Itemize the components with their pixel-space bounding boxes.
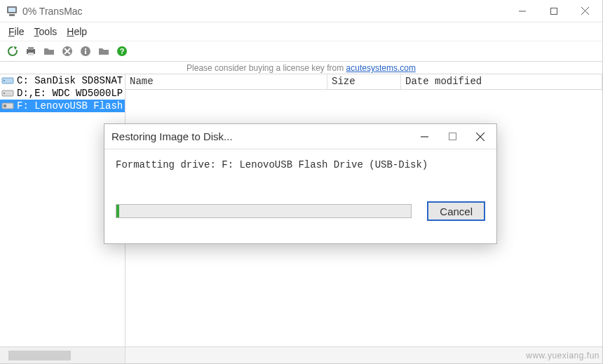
progress-fill <box>116 205 119 217</box>
help-icon[interactable]: ? <box>115 44 129 58</box>
tree-hscrollbar[interactable] <box>0 347 126 364</box>
statusbar <box>0 347 602 364</box>
license-link[interactable]: acutesystems.com <box>346 63 416 73</box>
scrollbar-thumb[interactable] <box>8 351 71 360</box>
svg-rect-2 <box>9 14 15 16</box>
tree-item-selected[interactable]: F: LenovoUSB Flash <box>0 100 125 112</box>
dialog-window-controls <box>418 130 489 143</box>
print-icon[interactable] <box>24 44 38 58</box>
watermark: www.yuexiang.fun <box>526 351 599 360</box>
tree-item-label: C: SanDisk SD8SNAT <box>17 75 123 86</box>
dialog-body: Formatting drive: F: LenovoUSB Flash Dri… <box>104 149 496 231</box>
dialog-bottom-row: Cancel <box>116 201 485 221</box>
hdd-icon <box>1 76 14 86</box>
dialog-close-button[interactable] <box>474 130 487 143</box>
dialog-title: Restoring Image to Disk... <box>111 130 418 142</box>
license-text: Please consider buying a license key fro… <box>187 63 346 73</box>
license-banner: Please consider buying a license key fro… <box>0 62 602 74</box>
window-title: 0% TransMac <box>22 6 506 17</box>
cancel-button[interactable]: Cancel <box>427 201 485 221</box>
refresh-icon[interactable] <box>6 44 20 58</box>
svg-point-21 <box>4 93 5 94</box>
progress-bar <box>116 204 412 218</box>
folder-up-icon[interactable] <box>42 44 56 58</box>
restore-dialog: Restoring Image to Disk... Formatting dr… <box>104 123 497 244</box>
info-icon[interactable] <box>79 44 93 58</box>
maximize-button[interactable] <box>538 1 569 21</box>
menu-tools[interactable]: Tools <box>30 25 62 39</box>
titlebar: 0% TransMac <box>0 0 602 22</box>
list-header: Name Size Date modified <box>126 74 602 90</box>
cancel-icon[interactable] <box>60 44 74 58</box>
toolbar: ? <box>0 41 602 62</box>
minimize-button[interactable] <box>506 1 538 21</box>
dialog-minimize-button[interactable] <box>418 130 431 143</box>
svg-point-19 <box>4 80 5 81</box>
menu-file[interactable]: File <box>4 25 29 39</box>
svg-rect-1 <box>8 8 15 12</box>
col-name[interactable]: Name <box>126 74 327 89</box>
tree-item[interactable]: D:,E: WDC WD5000LP <box>0 87 125 100</box>
col-size[interactable]: Size <box>327 74 401 89</box>
folder-icon[interactable] <box>97 44 111 58</box>
svg-text:?: ? <box>120 47 125 55</box>
menu-help[interactable]: Help <box>62 25 91 39</box>
close-button[interactable] <box>569 1 601 21</box>
menubar: File Tools Help <box>0 22 602 41</box>
dialog-maximize-button[interactable] <box>446 130 459 143</box>
svg-rect-15 <box>85 48 86 50</box>
svg-rect-8 <box>28 47 34 50</box>
svg-rect-14 <box>85 50 86 54</box>
window-controls <box>506 0 601 22</box>
tree-item-label: F: LenovoUSB Flash <box>17 100 123 112</box>
svg-rect-9 <box>28 53 34 55</box>
dialog-message: Formatting drive: F: LenovoUSB Flash Dri… <box>116 159 485 170</box>
svg-rect-4 <box>550 8 557 14</box>
svg-rect-25 <box>449 133 456 140</box>
app-icon <box>6 5 18 18</box>
tree-item-label: D:,E: WDC WD5000LP <box>17 88 123 99</box>
dialog-titlebar: Restoring Image to Disk... <box>104 124 496 149</box>
col-date[interactable]: Date modified <box>401 74 602 89</box>
tree-item[interactable]: C: SanDisk SD8SNAT <box>0 74 125 87</box>
svg-rect-23 <box>4 105 6 107</box>
usb-icon <box>1 101 14 111</box>
hdd-icon <box>1 88 14 98</box>
